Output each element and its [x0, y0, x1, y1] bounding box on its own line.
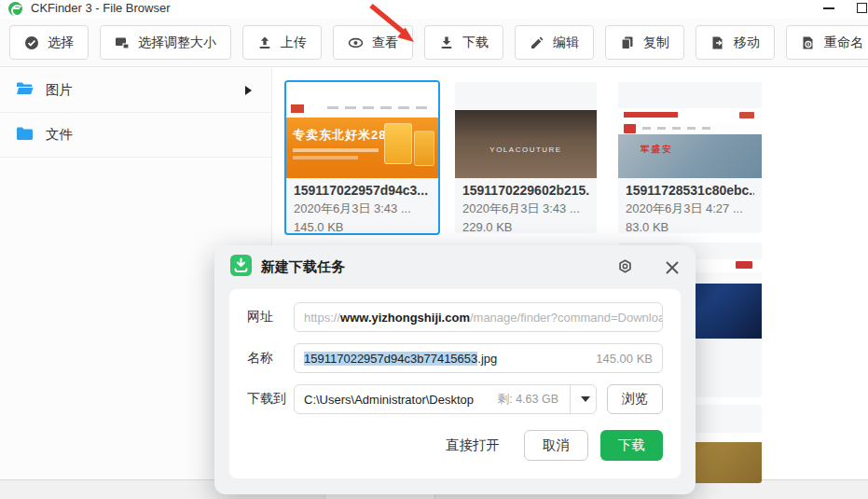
rename-button-label: 重命名 — [824, 35, 863, 51]
filename-input[interactable]: 159117022957d94c3b77415653.jpg 145.00 KB — [294, 343, 663, 373]
rename-icon — [801, 35, 816, 50]
window-title: CKFinder 3 - File Browser — [31, 1, 171, 15]
sidebar-item-label: 图片 — [46, 81, 73, 99]
select-resized-button[interactable]: 选择调整大小 — [100, 25, 231, 60]
upload-button[interactable]: 上传 — [242, 25, 322, 60]
file-name: 159117022957d94c3... — [294, 183, 431, 198]
expand-arrow-icon[interactable] — [245, 86, 252, 95]
ckfinder-window: CKFinder 3 - File Browser 选择 选择调整大小 上传 查… — [0, 0, 868, 499]
url-label: 网址 — [247, 309, 294, 326]
move-button-label: 移动 — [734, 35, 760, 51]
new-download-task-dialog: 新建下载任务 网址 https://www.yizhongshiji.com/m… — [214, 245, 696, 494]
file-size: 83.0 KB — [626, 220, 754, 233]
edit-button[interactable]: 编辑 — [515, 25, 594, 60]
closed-folder-icon — [16, 126, 34, 144]
view-button[interactable]: 查看 — [333, 25, 413, 60]
thumbnail-caption: 军盛安 — [641, 144, 673, 156]
file-thumbnail: YOLACOUTURE — [455, 82, 597, 178]
url-scheme: https:// — [304, 311, 340, 325]
file-size-readout: 145.00 KB — [588, 352, 653, 366]
free-space-readout: 剩: 4.63 GB — [498, 392, 558, 408]
view-button-label: 查看 — [372, 35, 398, 51]
file-name: 1591170229602b215... — [462, 183, 589, 198]
destination-path: C:\Users\Administrator\Desktop — [304, 393, 474, 407]
destination-input[interactable]: C:\Users\Administrator\Desktop 剩: 4.63 G… — [294, 384, 597, 414]
dialog-body: 网址 https://www.yizhongshiji.com/manage/f… — [229, 289, 681, 478]
filename-selected-text: 159117022957d94c3b77415653 — [304, 352, 477, 366]
browse-button[interactable]: 浏览 — [607, 384, 663, 414]
titlebar: CKFinder 3 - File Browser — [0, 0, 868, 19]
url-path: /manage/finder?command=Download — [470, 311, 663, 325]
download-button[interactable]: 下载 — [424, 25, 503, 60]
toolbar: 选择 选择调整大小 上传 查看 下载 编辑 复制 移动 — [0, 19, 868, 67]
file-card[interactable]: YOLACOUTURE 1591170229602b215... 2020年6月… — [455, 82, 597, 233]
file-date: 2020年6月3日 3:43 ... — [462, 201, 589, 217]
file-date: 2020年6月3日 3:43 ... — [294, 201, 431, 217]
resize-select-icon — [115, 35, 130, 50]
copy-icon — [620, 35, 635, 50]
open-directly-button[interactable]: 直接打开 — [446, 437, 500, 454]
dialog-close-icon[interactable] — [665, 260, 680, 275]
rename-button[interactable]: 重命名 — [786, 25, 868, 60]
download-task-icon — [230, 255, 252, 280]
filename-label: 名称 — [247, 350, 294, 367]
file-thumbnail: 专卖东北好米28年 — [286, 82, 438, 178]
settings-gear-icon[interactable] — [616, 258, 634, 276]
select-resized-button-label: 选择调整大小 — [138, 35, 216, 51]
copy-button-label: 复制 — [643, 35, 669, 51]
edit-button-label: 编辑 — [553, 35, 579, 51]
move-icon — [710, 35, 725, 50]
file-date: 2020年6月3日 4:27 ... — [626, 201, 754, 217]
maximize-button[interactable] — [857, 3, 867, 13]
file-card-selected[interactable]: 专卖东北好米28年 159117022957d94c3... 2020年6月3日… — [284, 80, 440, 235]
dialog-header: 新建下载任务 — [214, 245, 696, 289]
thumbnail-caption: YOLACOUTURE — [455, 146, 597, 154]
file-name: 15911728531c80ebc... — [626, 183, 754, 198]
minimize-button[interactable] — [823, 7, 834, 9]
cancel-button[interactable]: 取消 — [524, 430, 588, 461]
dialog-download-button[interactable]: 下载 — [600, 430, 663, 461]
dropdown-divider — [570, 384, 571, 414]
file-card[interactable]: 军盛安 15911728531c80ebc... 2020年6月3日 4:27 … — [618, 82, 762, 233]
url-input[interactable]: https://www.yizhongshiji.com/manage/find… — [294, 302, 663, 332]
sidebar-item-images[interactable]: 图片 — [0, 68, 271, 113]
check-circle-icon — [24, 35, 39, 50]
open-folder-icon — [16, 81, 34, 99]
dialog-title: 新建下载任务 — [261, 258, 345, 276]
copy-button[interactable]: 复制 — [605, 25, 684, 60]
sidebar-item-files[interactable]: 文件 — [0, 113, 271, 158]
file-size: 145.0 KB — [294, 220, 431, 234]
pencil-icon — [530, 35, 544, 50]
eye-icon — [348, 35, 364, 50]
filename-extension: .jpg — [477, 352, 497, 366]
download-button-label: 下载 — [462, 35, 489, 51]
file-thumbnail: 军盛安 — [618, 82, 762, 178]
file-size: 229.0 KB — [462, 220, 589, 233]
upload-icon — [257, 35, 272, 50]
destination-dropdown-caret[interactable] — [581, 396, 590, 402]
url-domain: www.yizhongshiji.com — [340, 311, 470, 325]
browser-logo-icon — [8, 2, 22, 16]
select-button-label: 选择 — [48, 35, 74, 51]
upload-button-label: 上传 — [281, 35, 307, 51]
download-icon — [439, 35, 454, 50]
destination-label: 下载到 — [247, 391, 294, 408]
select-button[interactable]: 选择 — [9, 25, 89, 60]
move-button[interactable]: 移动 — [696, 25, 775, 60]
sidebar-item-label: 文件 — [46, 126, 73, 144]
